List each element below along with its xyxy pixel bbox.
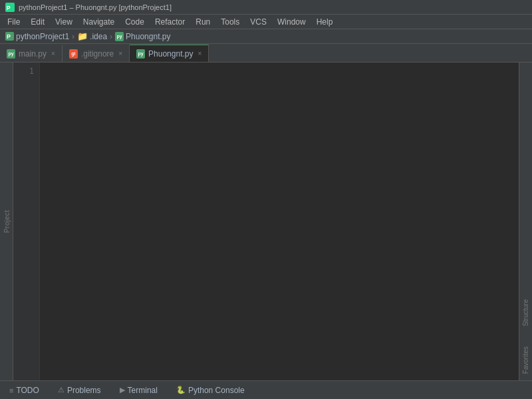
title-bar: P pythonProject1 – Phuongnt.py [pythonPr… (0, 0, 532, 15)
breadcrumb-file[interactable]: py Phuongnt.py (115, 32, 170, 41)
tab-phuongnt-icon: py (136, 49, 145, 59)
svg-text:P: P (7, 33, 11, 40)
tab-gitignore-icon: gi (69, 49, 78, 59)
menu-item-tools[interactable]: Tools (216, 16, 244, 28)
breadcrumb-idea[interactable]: 📁 .idea (77, 31, 107, 41)
breadcrumb-root: pythonProject1 (16, 32, 69, 41)
project-icon: P (5, 32, 14, 41)
todo-icon: ≡ (9, 386, 13, 394)
folder-icon: 📁 (77, 31, 88, 41)
tab-main-icon: py (7, 49, 15, 59)
tab-main-label: main.py (19, 49, 47, 59)
menu-item-run[interactable]: Run (191, 16, 215, 28)
tab-main[interactable]: py main.py × (0, 45, 63, 62)
terminal-label: Terminal (128, 386, 158, 395)
bottom-tab-problems[interactable]: ⚠ Problems (54, 384, 105, 396)
menu-item-file[interactable]: File (3, 16, 25, 28)
menu-item-vcs[interactable]: VCS (245, 16, 271, 28)
py-file-icon: py (115, 32, 124, 41)
problems-icon: ⚠ (58, 386, 65, 394)
tab-bar: py main.py × gi .gitignore × py Phuongnt… (0, 44, 532, 63)
tab-gitignore-close[interactable]: × (118, 50, 122, 57)
line-number-1: 1 (13, 65, 34, 77)
editor-area: 1 (13, 63, 519, 380)
menu-item-view[interactable]: View (51, 16, 77, 28)
menu-item-code[interactable]: Code (120, 16, 149, 28)
tab-gitignore[interactable]: gi .gitignore × (63, 45, 130, 62)
bottom-tab-python-console[interactable]: 🐍 Python Console (172, 384, 249, 396)
todo-label: TODO (16, 386, 39, 395)
bottom-tab-todo[interactable]: ≡ TODO (5, 384, 43, 396)
terminal-icon: ▶ (120, 386, 125, 394)
tab-gitignore-label: .gitignore (81, 49, 114, 59)
bottom-tab-terminal[interactable]: ▶ Terminal (116, 384, 162, 396)
app-logo-icon: P (5, 3, 15, 12)
menu-item-refactor[interactable]: Refactor (150, 16, 190, 28)
menu-bar: FileEditViewNavigateCodeRefactorRunTools… (0, 15, 532, 29)
breadcrumb-sep-1: › (72, 32, 74, 41)
tab-phuongnt[interactable]: py Phuongnt.py × (130, 45, 209, 62)
menu-item-window[interactable]: Window (273, 16, 311, 28)
editor-content[interactable] (40, 63, 519, 380)
svg-text:P: P (7, 4, 11, 11)
bottom-bar: ≡ TODO ⚠ Problems ▶ Terminal 🐍 Python Co… (0, 380, 532, 399)
breadcrumb-idea-label: .idea (90, 32, 107, 41)
right-strip: Structure Favorites (519, 63, 532, 380)
favorites-panel-label[interactable]: Favorites (522, 346, 529, 374)
project-panel-gutter[interactable]: Project (0, 63, 13, 380)
tab-phuongnt-close[interactable]: × (198, 50, 201, 57)
project-panel-label: Project (3, 210, 10, 233)
menu-item-edit[interactable]: Edit (26, 16, 49, 28)
main-area: Project 1 Structure Favorites (0, 63, 532, 380)
python-console-label: Python Console (188, 386, 245, 395)
tab-phuongnt-label: Phuongnt.py (148, 49, 193, 59)
menu-item-help[interactable]: Help (312, 16, 338, 28)
breadcrumb-file-label: Phuongnt.py (126, 32, 170, 41)
breadcrumb-sep-2: › (110, 32, 112, 41)
window-title: pythonProject1 – Phuongnt.py [pythonProj… (19, 3, 527, 11)
breadcrumb-project[interactable]: P pythonProject1 (5, 32, 69, 41)
tab-main-close[interactable]: × (51, 50, 55, 57)
python-console-icon: 🐍 (176, 386, 186, 394)
problems-label: Problems (67, 386, 101, 395)
structure-panel-label[interactable]: Structure (522, 299, 529, 327)
line-numbers: 1 (13, 63, 40, 380)
menu-item-navigate[interactable]: Navigate (78, 16, 119, 28)
breadcrumb-bar: P pythonProject1 › 📁 .idea › py Phuongnt… (0, 29, 532, 44)
